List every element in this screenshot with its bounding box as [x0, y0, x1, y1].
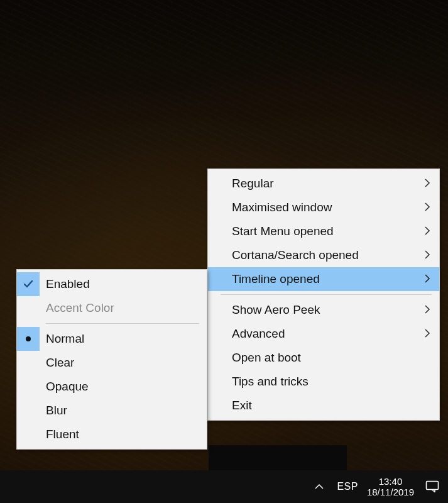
- menu-item-label: Regular: [221, 177, 418, 191]
- language-label: ESP: [337, 481, 358, 492]
- menu-indicator: [208, 322, 221, 346]
- menu-item-start-menu-opened[interactable]: Start Menu opened: [208, 219, 439, 243]
- menu-indicator: [208, 346, 221, 370]
- menu-indicator: [208, 267, 221, 291]
- menu-item-normal[interactable]: Normal: [17, 327, 207, 351]
- menu-item-label: Cortana/Search opened: [221, 248, 418, 262]
- menu-item-advanced[interactable]: Advanced: [208, 322, 439, 346]
- menu-item-label: Timeline opened: [221, 272, 418, 286]
- menu-item-label: Advanced: [221, 327, 418, 341]
- svg-rect-1: [427, 482, 439, 490]
- language-indicator[interactable]: ESP: [337, 481, 358, 492]
- menu-indicator: [208, 243, 221, 267]
- chevron-right-icon: [418, 224, 430, 238]
- menu-separator: [46, 323, 199, 324]
- menu-indicator: [208, 219, 221, 243]
- menu-indicator: [17, 351, 40, 375]
- menu-item-exit[interactable]: Exit: [208, 394, 439, 417]
- menu-item-label: Blur: [40, 404, 198, 417]
- menu-item-tips-and-tricks[interactable]: Tips and tricks: [208, 370, 439, 394]
- chevron-up-icon: [314, 483, 324, 490]
- menu-indicator: [208, 370, 221, 394]
- menu-item-label: Maximised window: [221, 201, 418, 214]
- menu-item-label: Show Aero Peek: [221, 303, 418, 317]
- menu-item-cortana-search-opened[interactable]: Cortana/Search opened: [208, 243, 439, 267]
- menu-item-label: Clear: [40, 356, 198, 370]
- check-icon: [17, 272, 40, 296]
- menu-item-blur[interactable]: Blur: [17, 399, 207, 423]
- menu-item-enabled[interactable]: Enabled: [17, 272, 207, 296]
- chevron-right-icon: [418, 272, 430, 286]
- menu-indicator: [17, 375, 40, 399]
- menu-item-fluent[interactable]: Fluent: [17, 423, 207, 446]
- menu-item-label: Normal: [40, 332, 198, 346]
- menu-item-timeline-opened[interactable]: Timeline opened: [208, 267, 439, 291]
- menu-item-regular[interactable]: Regular: [208, 172, 439, 196]
- menu-indicator: [17, 399, 40, 423]
- menu-item-open-at-boot[interactable]: Open at boot: [208, 346, 439, 370]
- menu-item-label: Accent Color: [40, 301, 198, 315]
- action-center-button[interactable]: [423, 477, 442, 496]
- menu-item-clear[interactable]: Clear: [17, 351, 207, 375]
- context-menu-main: Regular Maximised window Start Menu open…: [207, 169, 440, 421]
- taskbar: ESP 13:40 18/11/2019: [0, 470, 448, 503]
- menu-item-label: Start Menu opened: [221, 224, 418, 238]
- clock-time: 13:40: [367, 476, 414, 487]
- menu-item-label: Opaque: [40, 380, 198, 394]
- radio-selected-icon: [17, 327, 40, 351]
- menu-indicator: [17, 296, 40, 320]
- chevron-right-icon: [418, 177, 430, 191]
- menu-indicator: [208, 172, 221, 196]
- menu-indicator: [208, 394, 221, 417]
- chevron-right-icon: [418, 201, 430, 214]
- menu-item-label: Exit: [221, 399, 418, 412]
- menu-indicator: [208, 298, 221, 322]
- menu-item-show-aero-peek[interactable]: Show Aero Peek: [208, 298, 439, 322]
- menu-item-opaque[interactable]: Opaque: [17, 375, 207, 399]
- menu-item-label: Fluent: [40, 428, 198, 441]
- menu-indicator: [208, 196, 221, 219]
- menu-item-label: Enabled: [40, 277, 198, 291]
- menu-item-maximised-window[interactable]: Maximised window: [208, 196, 439, 219]
- context-submenu-timeline: Enabled Accent Color Normal Clear Opaque…: [16, 269, 207, 450]
- taskbar-app-region: [209, 445, 347, 470]
- menu-item-label: Tips and tricks: [221, 375, 418, 389]
- system-clock[interactable]: 13:40 18/11/2019: [367, 476, 414, 498]
- tray-expand-button[interactable]: [310, 478, 328, 495]
- menu-item-label: Open at boot: [221, 351, 418, 365]
- clock-date: 18/11/2019: [367, 487, 414, 497]
- chevron-right-icon: [418, 303, 430, 317]
- menu-item-accent-color: Accent Color: [17, 296, 207, 320]
- notification-icon: [425, 480, 439, 493]
- svg-point-0: [26, 336, 31, 341]
- chevron-right-icon: [418, 248, 430, 262]
- chevron-right-icon: [418, 327, 430, 341]
- menu-separator: [221, 294, 432, 295]
- menu-indicator: [17, 423, 40, 446]
